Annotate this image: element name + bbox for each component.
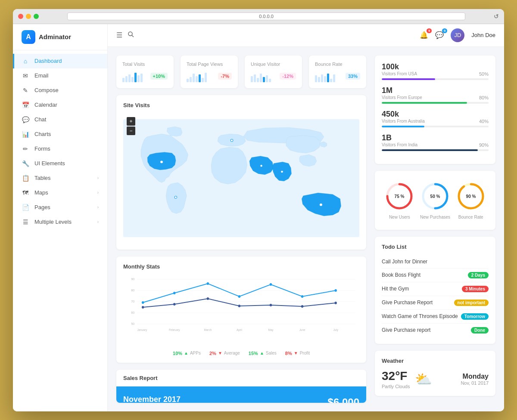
maps-icon: 🗺 (22, 189, 29, 196)
nav-arrow-tables: › (97, 176, 99, 180)
stat-average: 2% ▼ Average (209, 351, 240, 356)
sidebar-label-tables: Tables (34, 175, 51, 181)
browser-close-btn[interactable] (18, 14, 23, 19)
stat-content-2: -12% (251, 70, 296, 82)
svg-point-0 (128, 32, 132, 36)
user-name: John Doe (471, 32, 495, 38)
mini-bar (196, 76, 198, 82)
sidebar-item-compose[interactable]: ✎ Compose (13, 83, 107, 98)
donut-row: 75 % New Users 50 % New Purchases 90 % B… (382, 178, 489, 223)
calendar-icon: 📅 (22, 102, 29, 108)
stat-badge-2: -12% (280, 73, 296, 80)
todo-text-2: Hit the Gym (382, 286, 409, 292)
svg-point-25 (334, 289, 336, 292)
sidebar-item-tables[interactable]: 📋 Tables › (13, 171, 107, 185)
donut-label-1: New Purchases (420, 215, 450, 219)
sidebar-label-maps: Maps (34, 189, 48, 196)
notification-icon[interactable]: 🔔 9 (420, 31, 428, 39)
todo-item-5[interactable]: Give Purchase report Done (382, 324, 489, 337)
mini-bar (199, 74, 201, 82)
todo-item-4[interactable]: Watch Game of Thrones Episode Tomorrow (382, 310, 489, 324)
visitor-label-0: Visitors From USA 50% (382, 71, 489, 77)
mini-bar (187, 79, 189, 82)
visitors-card: 100k Visitors From USA 50% 1M Visitors F… (375, 56, 495, 164)
browser-minimize-btn[interactable] (26, 14, 31, 19)
sidebar-nav: ⌂ Dashboard ✉ Email ✎ Compose 📅 Calendar… (13, 50, 107, 411)
mini-bar (321, 74, 323, 82)
sidebar-label-multiple-levels: Multiple Levels (34, 219, 72, 225)
sidebar-item-multiple-levels[interactable]: ☰ Multiple Levels › (13, 215, 107, 229)
weather-date: Nov, 01 2017 (461, 380, 489, 386)
sales-title: Sales Report (116, 370, 366, 381)
sidebar-item-ui-elements[interactable]: 🔧 UI Elements (13, 156, 107, 171)
todo-item-3[interactable]: Give Purchase Report not important (382, 296, 489, 310)
visitor-label-2: Visitors From Australia 40% (382, 119, 489, 124)
sidebar-label-compose: Compose (34, 87, 59, 93)
stat-title-0: Total Visits (122, 62, 168, 67)
map-zoom-in[interactable]: + (127, 117, 135, 126)
menu-icon[interactable]: ☰ (116, 31, 122, 39)
mini-bars-3 (315, 70, 335, 82)
svg-text:90 %: 90 % (466, 194, 476, 199)
svg-point-32 (334, 302, 336, 304)
progress-bar-0 (382, 78, 489, 80)
sidebar-item-chat[interactable]: 💬 Chat (13, 112, 107, 127)
todo-tag-4: Tomorrow (461, 313, 489, 320)
sidebar-item-charts[interactable]: 📊 Charts (13, 127, 107, 142)
map-zoom-out[interactable]: − (127, 127, 135, 135)
browser-maximize-btn[interactable] (34, 14, 39, 19)
mini-bar (125, 76, 128, 82)
svg-text:March: March (204, 328, 212, 331)
mini-bar (131, 77, 134, 82)
svg-point-27 (173, 303, 175, 306)
sidebar-item-calendar[interactable]: 📅 Calendar (13, 98, 107, 112)
mini-bar (193, 74, 195, 82)
svg-line-1 (132, 35, 134, 37)
pages-icon: 📄 (22, 204, 29, 211)
sidebar-item-dashboard[interactable]: ⌂ Dashboard (13, 54, 107, 68)
todo-text-5: Give Purchase report (382, 327, 430, 333)
svg-point-20 (173, 292, 175, 294)
weather-top: 32°F Partly Clouds ⛅ Monday Nov, 01 2017 (382, 369, 489, 389)
progress-fill-0 (382, 78, 435, 80)
monthly-stats-title: Monthly Stats (123, 263, 359, 270)
browser-reload-icon[interactable]: ↺ (494, 13, 499, 20)
mini-bars-2 (251, 70, 271, 82)
todo-tag-5: Done (471, 327, 489, 334)
browser-titlebar: 0.0.0.0 ↺ (13, 9, 504, 24)
message-icon[interactable]: 💬 9 (435, 31, 444, 39)
browser-url[interactable]: 0.0.0.0 (67, 12, 465, 20)
svg-point-4 (174, 196, 177, 198)
stat-title-3: Bounce Rate (315, 62, 360, 67)
todo-item-0[interactable]: Call John for Dinner (382, 255, 489, 269)
svg-point-23 (270, 283, 272, 286)
mini-bar (257, 78, 259, 82)
todo-item-2[interactable]: Hit the Gym 3 Minutes (382, 282, 489, 296)
svg-point-24 (301, 295, 303, 298)
svg-point-5 (260, 164, 262, 167)
map-container: + − (123, 114, 359, 243)
todo-text-1: Book Boss Flight (382, 272, 420, 278)
stat-card-0: Total Visits +10% (116, 56, 174, 88)
svg-point-21 (207, 282, 209, 285)
sidebar: A Adminator ⌂ Dashboard ✉ Email ✎ Compos… (13, 24, 108, 411)
svg-text:70: 70 (131, 299, 134, 303)
svg-point-3 (160, 160, 163, 163)
sidebar-item-forms[interactable]: ✏ Forms (13, 142, 107, 156)
sales-card: Sales Report November 2017 Sales Report … (116, 370, 366, 403)
stat-title-1: Total Page Views (187, 62, 232, 67)
sidebar-item-maps[interactable]: 🗺 Maps › (13, 185, 107, 200)
visitor-value-3: 1B (382, 133, 489, 142)
svg-point-7 (320, 203, 323, 206)
search-icon[interactable] (128, 31, 134, 40)
todo-tag-1: 2 Days (468, 272, 489, 278)
stat-content-0: +10% (122, 70, 168, 82)
sidebar-label-dashboard: Dashboard (34, 58, 62, 64)
sidebar-item-pages[interactable]: 📄 Pages › (13, 200, 107, 215)
sidebar-item-email[interactable]: ✉ Email (13, 68, 107, 83)
sidebar-label-pages: Pages (34, 204, 50, 210)
ui-elements-icon: 🔧 (22, 160, 29, 167)
todo-item-1[interactable]: Book Boss Flight 2 Days (382, 269, 489, 282)
donut-label-0: New Users (384, 215, 414, 219)
logo-icon: A (22, 30, 35, 44)
